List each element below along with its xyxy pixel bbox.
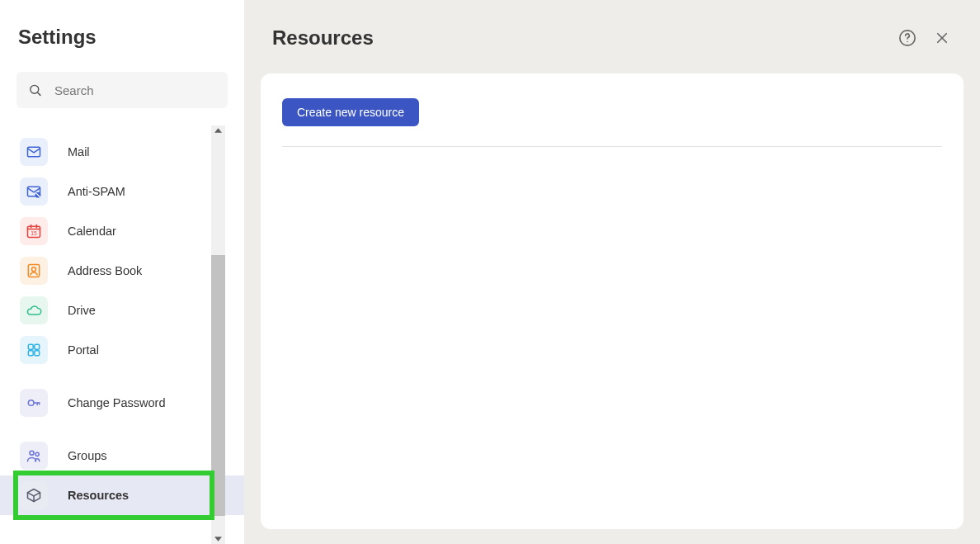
sidebar-item-label: Address Book <box>68 264 142 277</box>
svg-rect-12 <box>28 344 33 349</box>
key-icon <box>20 389 48 417</box>
nav-gap <box>0 370 244 383</box>
svg-point-21 <box>35 452 39 456</box>
sidebar-item-drive[interactable]: Drive <box>0 291 244 330</box>
sidebar-item-label: Mail <box>68 145 90 158</box>
sidebar-item-label: Change Password <box>68 396 166 409</box>
sidebar-item-label: Calendar <box>68 225 116 238</box>
main-panel: Resources Create new resource <box>244 0 980 544</box>
settings-search-input[interactable] <box>16 72 228 108</box>
sidebar-item-addressbook[interactable]: Address Book <box>0 251 244 291</box>
sidebar-item-resources[interactable]: Resources <box>0 475 244 515</box>
search-icon <box>28 83 42 97</box>
svg-point-20 <box>30 451 34 455</box>
svg-text:15: 15 <box>31 230 37 236</box>
sidebar-scroll-area: MailAnti-SPAM15CalendarAddress BookDrive… <box>0 125 244 544</box>
sidebar-item-calendar[interactable]: 15Calendar <box>0 211 244 251</box>
svg-point-24 <box>907 41 907 42</box>
svg-line-1 <box>38 92 40 95</box>
sidebar-item-antispam[interactable]: Anti-SPAM <box>0 172 244 211</box>
cube-icon <box>20 481 48 509</box>
svg-point-11 <box>32 267 36 272</box>
sidebar-item-groups[interactable]: Groups <box>0 436 244 475</box>
page-title: Resources <box>272 26 886 50</box>
panel-divider <box>282 146 942 147</box>
sidebar-item-label: Anti-SPAM <box>68 185 125 198</box>
nav-gap <box>0 423 244 436</box>
svg-rect-14 <box>28 351 33 356</box>
svg-point-0 <box>31 85 39 93</box>
sidebar-item-portal[interactable]: Portal <box>0 330 244 370</box>
close-icon <box>935 31 949 45</box>
sidebar-item-changepw[interactable]: Change Password <box>0 383 244 423</box>
sidebar-item-label: Groups <box>68 449 107 462</box>
mail-icon <box>20 138 48 166</box>
sidebar-item-label: Resources <box>68 489 129 502</box>
grid-icon <box>20 336 48 364</box>
sidebar-item-label: Drive <box>68 304 96 317</box>
help-icon <box>898 29 916 47</box>
svg-rect-13 <box>35 344 40 349</box>
calendar-icon: 15 <box>20 217 48 245</box>
antispam-icon <box>20 177 48 206</box>
sidebar-item-mail[interactable]: Mail <box>0 132 244 172</box>
settings-sidebar: Settings MailAnti-SPAM15CalendarAddress … <box>0 0 244 544</box>
cloud-icon <box>20 296 48 324</box>
sidebar-title: Settings <box>0 0 244 49</box>
sidebar-item-label: Portal <box>68 343 99 357</box>
contacts-icon <box>20 257 48 285</box>
resources-panel: Create new resource <box>261 73 964 529</box>
create-resource-button[interactable]: Create new resource <box>282 98 419 126</box>
scroll-down-icon[interactable] <box>211 534 225 544</box>
svg-point-16 <box>28 400 34 406</box>
people-icon <box>20 442 48 470</box>
svg-rect-15 <box>35 351 40 356</box>
help-button[interactable] <box>894 25 921 51</box>
close-button[interactable] <box>929 25 955 51</box>
